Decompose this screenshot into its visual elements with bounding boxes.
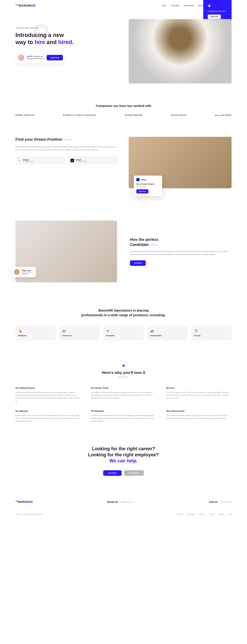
specialty-card[interactable]: 🛡️ Security: [191, 325, 232, 340]
companies-title: Companies our team has worked with: [15, 104, 232, 108]
dream-description: BaronHR can help candidates leverage our…: [15, 146, 118, 151]
candidate-name: Paige Cody: [22, 270, 34, 272]
avatar-icon: [14, 269, 20, 275]
find-now-button[interactable]: Find Now: [130, 260, 146, 266]
star-icon: ✱: [208, 4, 227, 8]
company-logo: UPPER CREATIVE: [15, 114, 35, 116]
why-subtitle: Why BaronHR ?: [15, 376, 232, 378]
why-item-text: We recognize that we work with people, n…: [91, 391, 156, 400]
apply-now-button[interactable]: Apply Now: [136, 189, 148, 194]
company-name: Paypal: [141, 179, 146, 181]
footer-links: Find Work Find People About Us Privacy S…: [176, 514, 232, 515]
find-people-button[interactable]: Find People: [124, 470, 144, 476]
specialty-label: Healthcare: [18, 334, 53, 336]
logo[interactable]: THEBARONHR: [15, 4, 36, 8]
company-logo: gary SOLOMON: [215, 114, 232, 116]
job-card[interactable]: G Google 180+ Jobs Available: [15, 156, 66, 164]
company-logo: ESSENTIA STUDIO ARCHITECT: [63, 114, 97, 116]
hero-tagline: The human side of business.: [15, 27, 118, 29]
why-item-title: Our Network: [15, 410, 81, 412]
job-popup-card: Paypal Senior Product Designer 📍 Woodlan…: [134, 176, 162, 196]
call-label: Call Us: [209, 500, 218, 504]
nav-find-work[interactable]: Find Work: [171, 5, 179, 7]
company-logos: UPPER CREATIVE ESSENTIA STUDIO ARCHITECT…: [15, 114, 232, 116]
why-item: The Rewards In addition to a competitive…: [91, 410, 156, 422]
email-label: Email Us: [107, 500, 118, 504]
logo-hr: HR: [31, 4, 36, 7]
copyright-text: BaronHR - Family of Staffing Companies: [15, 514, 43, 515]
specialty-card[interactable]: 🚚 Transportation: [147, 325, 188, 340]
hospitality-icon: ☕: [106, 329, 141, 333]
healthcare-icon: 💊: [18, 329, 53, 333]
hero-title: Introducing a new way to hire and hired.: [15, 32, 118, 46]
company-logo: KEANE BENSON: [125, 114, 143, 116]
specialty-card[interactable]: ☕ Hospitality: [103, 325, 144, 340]
job-card[interactable]: ✕ Google 113+ Jobs Available: [68, 156, 118, 164]
why-item-text: Our recruiters stay in tune with the mos…: [166, 414, 232, 420]
hire-description: BaronHR takes the guesswork out of hirin…: [130, 250, 232, 256]
specializes-title: BaronHR Specializes in placing professio…: [15, 308, 232, 318]
security-icon: 🛡️: [194, 329, 229, 333]
phone-value[interactable]: (877) 908-6150: [220, 501, 232, 503]
specialty-label: Hospitality: [106, 334, 141, 336]
why-item-text: Over the years, we've built a vast netwo…: [15, 414, 81, 422]
specialty-label: Security: [194, 334, 229, 336]
why-item-title: The Human Touch: [91, 387, 156, 389]
why-item-text: In addition to a competitive salary, Bar…: [91, 414, 156, 422]
company-icon: ✕: [70, 159, 74, 162]
nav-find-people[interactable]: Find People: [184, 5, 194, 7]
dream-title: Find your Dream Position: [15, 137, 118, 142]
why-item-text: We know that skills only tell half of th…: [15, 391, 81, 402]
underline-decoration: [150, 244, 158, 245]
specialty-card[interactable]: 💊 Healthcare: [15, 325, 56, 340]
paypal-icon: [136, 178, 139, 181]
footer-link[interactable]: Privacy: [209, 514, 214, 515]
candidate-role: Product Photography: [22, 272, 34, 273]
why-item: Our Network Over the years, we've built …: [15, 410, 81, 422]
avatar-icon: [18, 54, 24, 61]
nav-home[interactable]: Home: [162, 5, 167, 7]
company-name: Google: [23, 159, 34, 161]
commercial-icon: 🏢: [62, 329, 97, 333]
find-work-button[interactable]: Find Work: [103, 470, 122, 476]
company-name: Google: [76, 159, 87, 161]
footer-link[interactable]: Find People: [187, 514, 195, 515]
job-location: 📍 Woodland Hills: [136, 186, 160, 188]
why-item: We Care "The human side of business." Th…: [166, 387, 232, 402]
company-logo: PACER PACER: [171, 114, 187, 116]
logo-baron: BARON: [19, 4, 31, 7]
transportation-icon: 🚚: [150, 329, 185, 333]
footer-link[interactable]: Find Work: [176, 514, 183, 515]
why-item: We're Resourceful Our recruiters stay in…: [166, 410, 232, 422]
why-item: Our Vetting Process We know that skills …: [15, 387, 81, 402]
specialty-card[interactable]: 🏢 Commercial: [59, 325, 100, 340]
why-item-title: We Care: [166, 387, 232, 389]
rating-stars: ★★★★★: [22, 273, 34, 274]
why-item: The Human Touch We recognize that we wor…: [91, 387, 156, 402]
why-item-title: Our Vetting Process: [15, 387, 81, 389]
why-item-title: We're Resourceful: [166, 410, 232, 412]
star-icon: ✱: [15, 364, 232, 368]
footer-logo[interactable]: THEBARONHR: [15, 500, 33, 504]
footer-link[interactable]: About Us: [199, 514, 205, 515]
why-title: Here's why you'll love it: [15, 370, 232, 375]
logo-the: THE: [15, 4, 19, 6]
jobs-count: 180+ Jobs Available: [23, 161, 34, 162]
cta-title: Looking for the right career? Looking fo…: [15, 446, 232, 464]
stats-text: 36.500+ candidates got their jobs from B…: [27, 56, 44, 60]
specialty-label: Transportation: [150, 334, 185, 336]
footer-link[interactable]: Legal: [228, 514, 232, 515]
why-item-title: The Rewards: [91, 410, 156, 412]
specialty-label: Commercial: [62, 334, 97, 336]
hero-image: [129, 19, 232, 84]
footer-link[interactable]: Services: [218, 514, 224, 515]
hero-stats-card: 36.500+ candidates got their jobs from B…: [15, 52, 65, 63]
email-value[interactable]: Info@baronhr.com: [121, 501, 134, 503]
jobs-count: 113+ Jobs Available: [76, 161, 87, 162]
job-role: Senior Product Designer: [136, 183, 160, 185]
hero-apply-button[interactable]: Apply Now: [46, 55, 63, 60]
underline-decoration: [64, 140, 71, 140]
candidate-badge: Paige Cody Product Photography ★★★★★: [11, 267, 36, 277]
google-icon: G: [18, 159, 21, 162]
hire-title: Hire the perfect Candidate: [130, 237, 232, 247]
